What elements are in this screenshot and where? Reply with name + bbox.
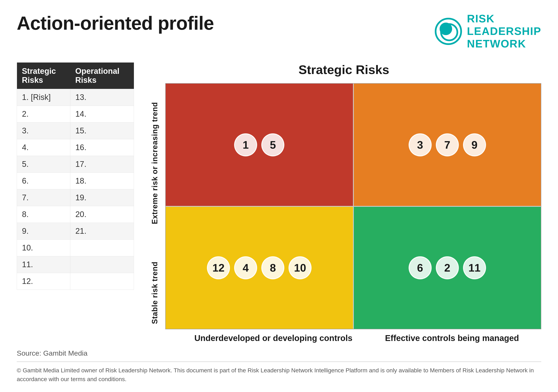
table-row: 11.	[17, 256, 134, 273]
y-axis: Extreme risk or increasing trend Stable …	[147, 83, 163, 343]
quadrant-bottom-left: 124810	[166, 207, 353, 329]
table-body: 1. [Risk]13.2.14.3.15.4.16.5.17.6.18.7.1…	[17, 89, 134, 290]
col2-header: Operational Risks	[70, 62, 134, 89]
table-cell-col1: 2.	[17, 106, 70, 122]
table-cell-col1: 3.	[17, 122, 70, 139]
col1-header: Strategic Risks	[17, 62, 70, 89]
table-cell-col2	[70, 256, 134, 273]
table-cell-col2: 14.	[70, 106, 134, 122]
table-cell-col1: 8.	[17, 206, 70, 223]
logo: RISK LEADERSHIP NETWORK	[435, 13, 541, 50]
table-row: 9.21.	[17, 223, 134, 239]
risk-bubble: 4	[234, 256, 257, 279]
table-cell-col1: 5.	[17, 156, 70, 173]
footer: Source: Gambit Media © Gambit Media Limi…	[17, 343, 541, 384]
logo-icon	[435, 18, 462, 45]
table-row: 4.16.	[17, 139, 134, 156]
main-content: Strategic Risks Operational Risks 1. [Ri…	[17, 62, 541, 343]
risk-bubble: 9	[463, 133, 486, 156]
chart-title: Strategic Risks	[147, 62, 541, 77]
table-row: 5.17.	[17, 156, 134, 173]
risk-bubble: 6	[409, 256, 432, 279]
table-cell-col2: 16.	[70, 139, 134, 156]
quadrant-top-right: 379	[354, 84, 541, 206]
table-header-row: Strategic Risks Operational Risks	[17, 62, 134, 89]
table-cell-col1: 11.	[17, 256, 70, 273]
header: Action-oriented profile RISK LEADERSHIP …	[17, 13, 541, 50]
risk-bubble: 10	[288, 256, 312, 279]
source-text: Source: Gambit Media	[17, 349, 541, 357]
table-cell-col1: 9.	[17, 223, 70, 239]
table-row: 8.20.	[17, 206, 134, 223]
page-title: Action-oriented profile	[17, 13, 214, 34]
footer-divider	[17, 361, 541, 362]
table-row: 10.	[17, 239, 134, 256]
table-cell-col2: 20.	[70, 206, 134, 223]
table-row: 12.	[17, 273, 134, 290]
y-label-top: Extreme risk or increasing trend	[150, 102, 159, 224]
right-panel: Strategic Risks Extreme risk or increasi…	[147, 62, 541, 343]
x-label-left: Underdeveloped or developing controls	[184, 333, 363, 343]
table-row: 7.19.	[17, 189, 134, 206]
quadrant-bottom-right: 6211	[354, 207, 541, 329]
logo-text: RISK LEADERSHIP NETWORK	[467, 13, 541, 50]
table-cell-col1: 1. [Risk]	[17, 89, 70, 106]
table-cell-col1: 12.	[17, 273, 70, 290]
left-panel: Strategic Risks Operational Risks 1. [Ri…	[17, 62, 134, 343]
table-cell-col2: 15.	[70, 122, 134, 139]
table-cell-col2	[70, 239, 134, 256]
risk-bubble: 5	[261, 133, 284, 156]
footer-legal: © Gambit Media Limited owner of Risk Lea…	[17, 366, 541, 384]
matrix: 15 379 124810 6211	[165, 83, 541, 329]
table-cell-col2: 21.	[70, 223, 134, 239]
table-cell-col2: 19.	[70, 189, 134, 206]
table-cell-col2: 13.	[70, 89, 134, 106]
table-cell-col1: 6.	[17, 173, 70, 189]
risk-bubble: 7	[436, 133, 459, 156]
risk-bubble: 1	[234, 133, 257, 156]
x-label-right: Effective controls being managed	[363, 333, 541, 343]
y-label-bottom: Stable risk trend	[150, 262, 159, 324]
table-row: 3.15.	[17, 122, 134, 139]
quadrant-top-left: 15	[166, 84, 353, 206]
table-cell-col2: 17.	[70, 156, 134, 173]
table-row: 2.14.	[17, 106, 134, 122]
risk-table: Strategic Risks Operational Risks 1. [Ri…	[17, 62, 134, 290]
risk-bubble: 2	[436, 256, 459, 279]
page: Action-oriented profile RISK LEADERSHIP …	[0, 0, 558, 392]
x-axis: Underdeveloped or developing controls Ef…	[165, 333, 541, 343]
chart-area: Extreme risk or increasing trend Stable …	[147, 83, 541, 343]
table-row: 6.18.	[17, 173, 134, 189]
table-cell-col2: 18.	[70, 173, 134, 189]
table-cell-col1: 10.	[17, 239, 70, 256]
risk-bubble: 11	[463, 256, 486, 279]
table-cell-col1: 7.	[17, 189, 70, 206]
table-cell-col2	[70, 273, 134, 290]
table-row: 1. [Risk]13.	[17, 89, 134, 106]
risk-bubble: 8	[261, 256, 284, 279]
risk-bubble: 12	[207, 256, 230, 279]
risk-bubble: 3	[409, 133, 432, 156]
table-cell-col1: 4.	[17, 139, 70, 156]
